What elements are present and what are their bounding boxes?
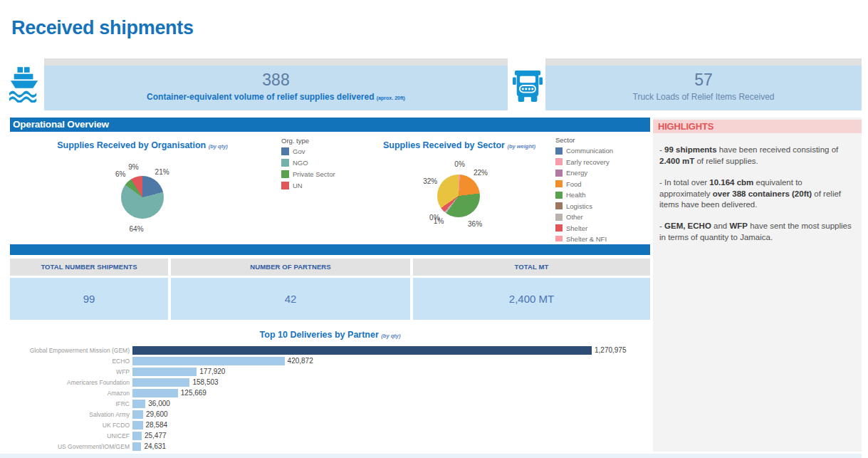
legend-label: Shelter & NFI [566,235,607,241]
legend-label: Energy [566,169,587,177]
stat-card-header: NUMBER OF PARTNERS [171,259,410,276]
kpi-trucks-cap [545,58,862,66]
legend-label: UN [293,182,303,189]
kpi-containers-card[interactable]: 388 Container-equivalent volume of relie… [44,66,508,110]
legend-label: Food [566,180,582,188]
bar-category-label: Global Empowerment Mission (GEM) [10,347,132,354]
legend-swatch [555,224,563,231]
sector-pie-chart[interactable] [437,175,480,217]
bar-row[interactable]: Salvation Army29,600 [10,409,650,420]
legend-item[interactable]: Communication [555,147,648,155]
legend-swatch [555,214,563,221]
legend-item[interactable]: UN [281,182,335,189]
bar-row[interactable]: UK FCDO28,584 [10,420,650,430]
bar-row[interactable]: WFP177,920 [10,366,650,377]
legend-swatch [555,236,563,242]
bar-row[interactable]: IFRC36,000 [10,398,650,409]
bar-row[interactable]: ECHO420,872 [10,355,650,366]
bar-value-label: 177,920 [199,368,225,375]
stat-card: TOTAL NUMBER SHIPMENTS99 [10,259,168,320]
bar[interactable] [132,442,141,451]
stat-card-value[interactable]: 2,400 MT [413,278,650,320]
legend-item[interactable]: Shelter [555,224,648,232]
legend-label: Early recovery [566,158,610,166]
legend-label: Private Sector [293,170,335,178]
kpi-containers-label-suffix: (aprox. 20ft) [377,95,405,100]
bar[interactable] [132,368,197,376]
bar[interactable] [132,389,178,397]
highlights-header: HIGHLIGHTS [653,120,862,133]
pie-percent-label: 0% [454,160,464,168]
bar-row[interactable]: UNICEF25,477 [10,430,650,441]
bar[interactable] [132,400,145,408]
bar-row[interactable]: Amazon125,669 [10,387,650,398]
pie-percent-label: 36% [468,219,482,227]
bar-value-label: 158,503 [192,378,218,386]
pie-percent-label: 0% [429,213,439,221]
bottom-strip [0,454,862,458]
sector-pie-legend: SectorCommunicationEarly recoveryEnergyF… [555,136,648,241]
bar[interactable] [132,357,285,365]
bar-row[interactable]: US Government/IOM/GEM24,631 [10,441,650,452]
legend-label: Health [566,191,585,199]
ship-icon [9,67,39,103]
section-header-operational-overview: Operational Overview [10,118,650,132]
bar-value-label: 36,000 [148,400,170,407]
legend-item[interactable]: Health [555,191,648,199]
legend-item[interactable]: Logistics [555,202,648,210]
stat-card-value[interactable]: 42 [171,278,410,320]
legend-item[interactable]: Shelter & NFI [555,235,648,241]
org-pie-legend: Org. typeGovNGOPrivate SectorUN [281,137,335,193]
legend-swatch [555,147,563,155]
pie-percent-label: 21% [155,168,169,176]
bar-row[interactable]: Global Empowerment Mission (GEM)1,270,97… [10,345,650,355]
bar[interactable] [132,346,592,355]
bar-category-label: UK FCDO [10,422,132,429]
legend-item[interactable]: NGO [281,159,335,167]
stat-card-value[interactable]: 99 [10,278,168,320]
bar[interactable] [132,378,189,387]
legend-item[interactable]: Food [555,180,648,188]
pie-percent-label: 6% [115,170,125,178]
legend-item[interactable]: Early recovery [555,158,648,166]
sector-pie-title: Supplies Received by Sector (by weight) [370,140,548,150]
legend-swatch [281,147,289,155]
bar-value-label: 28,584 [146,421,168,429]
truck-icon [513,68,543,104]
kpi-trucks-card[interactable]: 57 Truck Loads of Relief Items Received [545,66,862,110]
pie-percent-label: 32% [423,177,437,185]
kpi-containers-cap [44,58,508,66]
legend-item[interactable]: Energy [555,169,648,177]
org-pie-title: Supplies Received by Organisation (by qt… [14,140,271,150]
org-pie-chart[interactable] [121,176,164,219]
legend-label: Communication [566,147,613,155]
bar[interactable] [132,421,143,430]
bar-category-label: IFRC [10,400,132,407]
bar-category-label: UNICEF [10,432,132,439]
legend-swatch [555,180,563,187]
bar-category-label: WFP [10,368,132,375]
legend-swatch [281,182,289,189]
highlights-body: - 99 shipments have been received consis… [653,133,862,244]
legend-swatch [555,170,563,177]
bar-row[interactable]: Americares Foundation158,503 [10,377,650,387]
page-title: Received shipments [11,17,194,39]
bar[interactable] [132,432,142,440]
kpi-trucks-value: 57 [545,71,862,90]
legend-item[interactable]: Private Sector [281,170,335,178]
legend-title: Sector [555,136,648,144]
bar-category-label: Amazon [10,390,132,397]
bar-category-label: Salvation Army [10,411,132,418]
legend-item[interactable]: Other [555,213,648,221]
highlight-paragraph: - GEM, ECHO and WFP have sent the most s… [659,221,855,244]
legend-swatch [281,170,289,178]
kpi-containers-label: Container-equivalent volume of relief su… [44,92,508,102]
legend-label: Logistics [566,202,592,210]
legend-item[interactable]: Gov [281,147,335,155]
kpi-containers-value: 388 [44,71,508,90]
bar[interactable] [132,410,143,419]
divider-bar [10,244,650,255]
highlight-paragraph: - In total over 10.164 cbm equivalent to… [659,177,855,212]
legend-label: Other [566,213,583,221]
highlight-paragraph: - 99 shipments have been received consis… [659,145,855,167]
